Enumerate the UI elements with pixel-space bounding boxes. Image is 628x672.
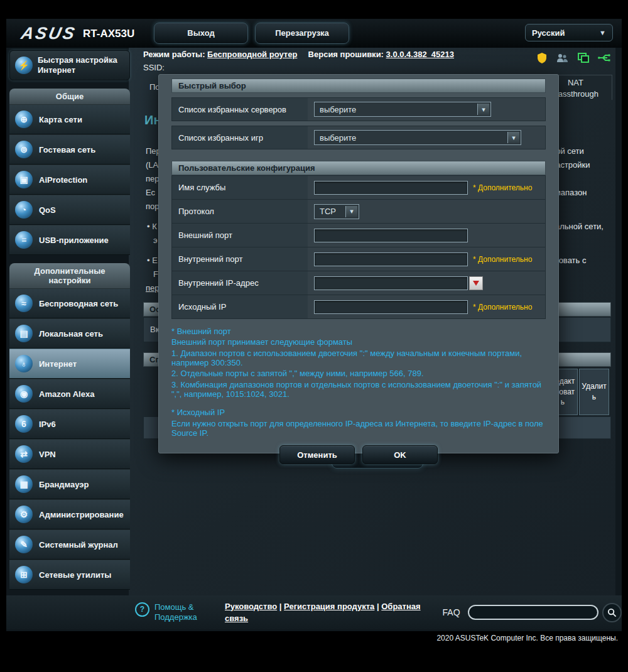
firmware-link[interactable]: 3.0.0.4.382_45213: [386, 50, 454, 59]
bg-text: (LA: [146, 160, 158, 170]
faq-search-input[interactable]: [475, 607, 592, 618]
protocol-row: Протокол TCP ▾: [171, 200, 546, 224]
chevron-down-icon: ▾: [507, 132, 519, 143]
sidebar-section-advanced: Дополнительные настройки: [9, 263, 130, 288]
sidebar-item-guest-network[interactable]: ⊚ Гостевая сеть: [9, 134, 130, 165]
bg-text: пер: [146, 174, 160, 183]
source-ip-input[interactable]: [314, 300, 468, 314]
shield-status-icon[interactable]: [536, 51, 548, 64]
clients-icon[interactable]: [556, 51, 569, 64]
chevron-down-icon: ▾: [345, 206, 357, 217]
sidebar-section-general: Общие: [9, 89, 130, 104]
network-map-icon: ⊕: [15, 111, 33, 128]
ok-button[interactable]: OK: [362, 445, 438, 464]
sidebar-item-label: Интернет: [39, 359, 77, 369]
service-name-label: Имя службы: [172, 183, 308, 192]
sidebar-item-label: Сетевые утилиты: [39, 570, 111, 580]
usb-status-icon[interactable]: [598, 51, 610, 64]
sidebar-item-wireless[interactable]: ≈ Беспроводная сеть: [9, 288, 130, 318]
favorite-servers-select[interactable]: выберите ▾: [314, 102, 491, 117]
internal-port-input[interactable]: [314, 252, 468, 266]
top-bar: ASUS RT-AX53U Выход Перезагрузка Русский…: [6, 19, 622, 48]
sidebar-item-label: AiProtection: [39, 175, 87, 185]
logout-button[interactable]: Выход: [154, 23, 248, 44]
external-port-input[interactable]: [314, 229, 468, 242]
protocol-value: TCP: [320, 207, 336, 216]
chevron-down-icon: ▾: [477, 104, 489, 115]
sidebar-item-qos[interactable]: ◔ QoS: [9, 195, 130, 225]
sidebar-item-label: VPN: [39, 450, 56, 459]
cancel-button[interactable]: Отменить: [279, 445, 355, 464]
manual-link[interactable]: Руководство: [225, 602, 277, 611]
amazon-alexa-icon: ◉: [15, 385, 33, 403]
favorite-games-select[interactable]: выберите ▾: [314, 130, 521, 145]
sidebar-item-firewall[interactable]: ▦ Брандмауэр: [9, 469, 130, 499]
sidebar-item-label: QoS: [39, 205, 56, 215]
search-button[interactable]: [602, 603, 622, 622]
help-line: 1. Диапазон портов с использованием двое…: [171, 349, 546, 368]
bg-text: Ес: [146, 188, 155, 197]
optional-note: * Дополнительно: [473, 303, 532, 312]
external-port-row: Внешний порт: [171, 224, 546, 247]
internal-port-label: Внутренний порт: [172, 254, 308, 264]
sidebar-item-label: Карта сети: [39, 115, 82, 124]
internet-icon: ♁: [15, 355, 33, 372]
internal-ip-row: Внутренний IP-адрес: [171, 271, 546, 295]
optional-note: * Дополнительно: [473, 183, 532, 192]
internal-port-row: Внутренний порт * Дополнительно: [171, 247, 546, 271]
faq-search[interactable]: [468, 605, 599, 620]
firewall-icon: ▦: [15, 475, 33, 493]
protocol-select[interactable]: TCP ▾: [314, 204, 359, 219]
help-line: Если нужно открыть порт для определенног…: [171, 419, 546, 438]
firmware-label: Версия прошивки:: [308, 50, 384, 59]
sidebar-item-vpn[interactable]: ⇄ VPN: [9, 439, 130, 469]
bg-link-partial[interactable]: пер: [146, 283, 160, 293]
footer-links: Руководство | Регистрация продукта | Обр…: [225, 600, 429, 625]
wired-clients-icon[interactable]: [577, 51, 590, 64]
help-line: 3. Комбинация диапазонов портов и отдель…: [171, 380, 546, 399]
sidebar-item-internet[interactable]: ♁ Интернет: [9, 349, 130, 379]
custom-config-header: Пользовательские конфигурация: [171, 161, 546, 175]
product-registration-link[interactable]: Регистрация продукта: [284, 602, 374, 611]
lan-icon: ▤: [15, 325, 33, 342]
bg-text: • К: [147, 222, 157, 231]
sidebar-item-lan[interactable]: ▤ Локальная сеть: [9, 318, 130, 349]
footer: ? Помощь & Поддержка Руководство | Регис…: [6, 595, 622, 629]
search-icon: [607, 608, 617, 617]
sidebar-item-network-map[interactable]: ⊕ Карта сети: [9, 104, 130, 134]
optional-note: * Дополнительно: [473, 255, 532, 264]
sidebar-item-administration[interactable]: ⚙ Администрирование: [9, 499, 130, 529]
red-caret-icon: [473, 281, 479, 286]
sidebar-item-aiprotection[interactable]: ▣ AiProtection: [9, 165, 130, 195]
external-port-label: Внешний порт: [172, 230, 308, 240]
sidebar-item-amazon-alexa[interactable]: ◉ Amazon Alexa: [9, 379, 130, 409]
mode-link[interactable]: Беспроводной роутер: [207, 50, 297, 59]
help-icon[interactable]: ?: [135, 602, 149, 617]
internal-ip-input[interactable]: [314, 276, 468, 290]
sidebar-item-network-tools[interactable]: ⊞ Сетевые утилиты: [9, 560, 130, 590]
sidebar-item-label: Amazon Alexa: [39, 389, 94, 399]
help-support: ? Помощь & Поддержка: [135, 602, 205, 623]
reboot-button[interactable]: Перезагрузка: [255, 23, 349, 44]
client-list-dropdown-button[interactable]: [469, 276, 483, 290]
operation-mode-bar: Режим работы: Беспроводной роутер Версия…: [143, 50, 454, 59]
quick-select-header: Быстрый выбор: [171, 79, 546, 93]
service-name-input[interactable]: [314, 181, 468, 195]
quick-internet-setup-button[interactable]: ⚡ Быстрая настройка Интернет: [9, 50, 130, 80]
port-forwarding-dialog: Быстрый выбор Список избранных серверов …: [158, 74, 559, 453]
sidebar-item-usb-application[interactable]: ≡ USB-приложение: [9, 225, 130, 255]
sidebar-item-label: Локальная сеть: [39, 329, 103, 339]
sidebar-item-system-log[interactable]: ✎ Системный журнал: [9, 529, 130, 560]
dialog-actions: Отменить OK: [171, 445, 546, 464]
ipv6-icon: 6: [15, 415, 33, 433]
service-name-row: Имя службы * Дополнительно: [171, 175, 546, 200]
sidebar-item-label: Гостевая сеть: [39, 145, 95, 154]
asus-logo: ASUS: [19, 24, 78, 43]
language-select[interactable]: Русский ▼: [525, 24, 613, 41]
help-line: 2. Отдельные порты с запятой "," между н…: [171, 369, 546, 378]
quick-setup-icon: ⚡: [15, 57, 33, 74]
sidebar-item-label: Брандмауэр: [39, 480, 89, 489]
help-line: * Исходный IP: [171, 408, 546, 417]
favorite-games-label: Список избранных игр: [172, 133, 308, 143]
sidebar-item-ipv6[interactable]: 6 IPv6: [9, 409, 130, 439]
